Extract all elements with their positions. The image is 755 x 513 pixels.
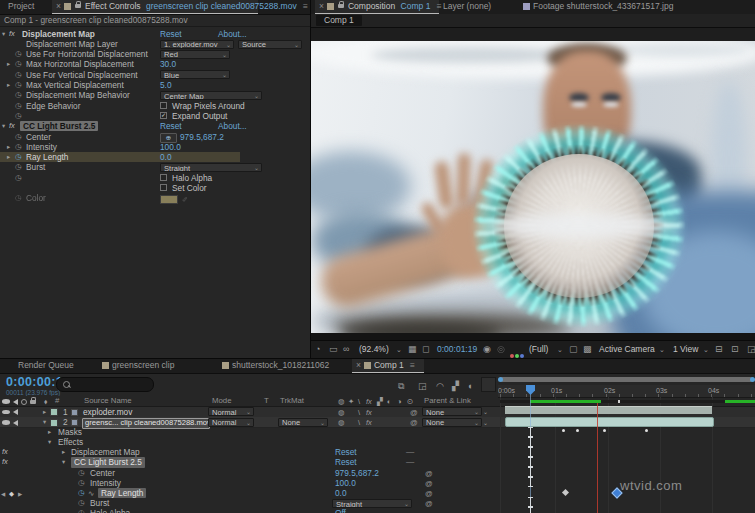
resolution-select[interactable]: (Full) bbox=[529, 341, 548, 358]
stopwatch-icon[interactable]: ◷ bbox=[78, 498, 85, 508]
tab-render-queue[interactable]: Render Queue bbox=[18, 359, 74, 372]
navigator-start-handle[interactable] bbox=[498, 377, 503, 382]
search-input[interactable] bbox=[56, 377, 154, 392]
set-color-checkbox[interactable] bbox=[160, 184, 167, 191]
stopwatch-icon[interactable]: ◷ bbox=[15, 132, 22, 142]
guides-icon[interactable]: ◻ bbox=[422, 341, 429, 358]
keyframe-dot[interactable] bbox=[576, 429, 579, 432]
stereo-glasses-icon[interactable]: ∞ bbox=[343, 341, 349, 358]
tab-footage[interactable]: Footage shutterstock_433671517.jpg bbox=[521, 0, 673, 13]
twirl-open-icon[interactable]: ▾ bbox=[43, 417, 46, 427]
keyframe-dot[interactable] bbox=[603, 429, 606, 432]
eye-icon[interactable] bbox=[2, 399, 10, 404]
fast-previews-icon[interactable]: ◲ bbox=[747, 341, 755, 358]
tab-effect-controls[interactable]: ×Effect Controls greenscreen clip cleane… bbox=[52, 0, 258, 14]
property-value[interactable]: 30.0 bbox=[160, 59, 176, 69]
grid-options-icon[interactable]: ▦ bbox=[408, 341, 417, 358]
stopwatch-icon[interactable]: ◷ bbox=[15, 70, 22, 80]
motion-blur-icon[interactable]: ◐ bbox=[468, 381, 473, 391]
source-select[interactable]: Source⌄ bbox=[238, 40, 302, 49]
show-snapshot-icon[interactable]: ◎ bbox=[497, 341, 505, 358]
keyframe-dot[interactable] bbox=[562, 429, 565, 432]
channel-select[interactable]: Blue⌄ bbox=[160, 70, 230, 79]
parent-select[interactable]: None⌄ bbox=[422, 407, 482, 416]
camera-view-select[interactable]: Active Camera bbox=[599, 341, 655, 358]
chevron-down-icon[interactable]: ⌄ bbox=[557, 341, 563, 358]
stopwatch-icon-active[interactable]: ◷ bbox=[78, 488, 85, 498]
navigator-end-handle[interactable] bbox=[750, 377, 755, 382]
collapse-graph-icon[interactable]: ⌄ bbox=[483, 419, 488, 426]
viewer-tab-comp1[interactable]: Comp 1 bbox=[316, 15, 362, 26]
preview-quality-icon[interactable]: ◔ bbox=[315, 341, 320, 358]
chevron-down-icon[interactable]: ⌄ bbox=[703, 341, 709, 358]
reset-link[interactable]: Reset bbox=[160, 29, 182, 39]
composition-viewer-image[interactable] bbox=[311, 41, 755, 333]
prop-value[interactable]: 979.5,687.2 bbox=[335, 468, 379, 478]
property-value[interactable]: 100.0 bbox=[160, 142, 181, 152]
column-t[interactable]: T bbox=[264, 396, 269, 406]
pixel-aspect-icon[interactable]: ⊡ bbox=[731, 341, 739, 358]
panel-menu-icon[interactable]: ≡ bbox=[410, 360, 415, 370]
frame-blend-icon[interactable]: ▞ bbox=[452, 381, 459, 391]
twirl-open-icon[interactable]: ▾ bbox=[2, 121, 5, 131]
solo-icon[interactable] bbox=[21, 399, 27, 405]
collapse-graph-icon[interactable]: ⌄ bbox=[483, 408, 488, 415]
audio-icon[interactable] bbox=[13, 399, 18, 405]
property-row-ray-length[interactable]: ▸ ◷ Ray Length 0.0 bbox=[0, 152, 240, 162]
column-mode[interactable]: Mode bbox=[212, 396, 232, 406]
effect-header-cc-light-burst[interactable]: ▾ fx CC Light Burst 2.5 Reset About... bbox=[0, 121, 310, 131]
panel-menu-icon[interactable]: ≡ bbox=[303, 1, 308, 11]
reset-link[interactable]: Reset bbox=[335, 447, 357, 457]
twirl-closed-icon[interactable]: ▸ bbox=[7, 152, 10, 162]
tab-project[interactable]: Project bbox=[8, 0, 34, 13]
layer-bar-1[interactable] bbox=[505, 406, 712, 414]
stopwatch-icon[interactable]: ◷ bbox=[15, 90, 22, 100]
tab-comp1[interactable]: ×Comp 1 ≡ bbox=[352, 359, 424, 373]
prop-value[interactable]: 100.0 bbox=[335, 478, 356, 488]
stopwatch-icon[interactable]: ◷ bbox=[78, 468, 85, 478]
current-time[interactable]: 0:00:01:19 bbox=[437, 341, 477, 358]
time-ruler[interactable]: 0:00s 01s 02s 03s 04s bbox=[498, 385, 755, 398]
effect-header-displacement-map[interactable]: ▾ fx Displacement Map Reset About... bbox=[0, 29, 310, 39]
eye-icon[interactable] bbox=[2, 410, 10, 415]
stopwatch-icon-active[interactable]: ◷ bbox=[15, 152, 22, 162]
about-link[interactable]: About... bbox=[218, 121, 247, 131]
layer-bar-2-selected[interactable] bbox=[505, 417, 714, 427]
twirl-closed-icon[interactable]: ▸ bbox=[62, 447, 65, 457]
chevron-down-icon[interactable]: ⌄ bbox=[659, 341, 665, 358]
draft-3d-icon[interactable]: ◲ bbox=[418, 381, 427, 391]
stopwatch-icon[interactable]: ◷ bbox=[15, 59, 22, 69]
zoom-level[interactable]: (92.4%) bbox=[359, 341, 389, 358]
comp-marker-button[interactable] bbox=[481, 377, 496, 392]
twirl-closed-icon[interactable]: ▸ bbox=[7, 59, 10, 69]
view-layout-icon[interactable]: ⊟ bbox=[715, 341, 723, 358]
property-value[interactable]: 979.5,687.2 bbox=[180, 132, 224, 142]
stopwatch-icon[interactable]: ◷ bbox=[15, 142, 22, 152]
reset-link[interactable]: Reset bbox=[160, 121, 182, 131]
tab-composition[interactable]: ×Composition Comp 1 ≡ bbox=[315, 0, 439, 14]
mini-flowchart-icon[interactable]: ⧉ bbox=[398, 381, 404, 392]
halo-alpha-checkbox[interactable] bbox=[160, 174, 167, 181]
about-link[interactable]: About... bbox=[218, 29, 247, 39]
snapshot-icon[interactable]: ◉ bbox=[483, 341, 491, 358]
property-value[interactable]: 0.0 bbox=[160, 152, 172, 162]
prop-value[interactable]: 0.0 bbox=[335, 488, 347, 498]
property-value[interactable]: 5.0 bbox=[160, 80, 172, 90]
stopwatch-icon[interactable]: ◷ bbox=[78, 478, 85, 488]
stopwatch-icon[interactable]: ◷ bbox=[15, 80, 22, 90]
roi-icon[interactable]: ▢ bbox=[569, 341, 578, 358]
channel-select[interactable]: Red⌄ bbox=[160, 50, 230, 59]
column-trkmat[interactable]: TrkMat bbox=[280, 396, 304, 406]
blend-mode-select[interactable]: Normal⌄ bbox=[208, 418, 254, 427]
transparency-grid-icon[interactable]: ▩ bbox=[583, 341, 592, 358]
close-icon[interactable]: × bbox=[356, 360, 361, 370]
color-swatch[interactable] bbox=[160, 195, 178, 204]
tab-layer[interactable]: Layer (none) bbox=[443, 0, 491, 13]
tab-greenscreen-clip[interactable]: greenscreen clip bbox=[100, 359, 174, 372]
twirl-closed-icon[interactable]: ▸ bbox=[48, 427, 51, 437]
view-count-select[interactable]: 1 View bbox=[673, 341, 698, 358]
stopwatch-icon[interactable]: ◷ bbox=[15, 49, 22, 59]
twirl-open-icon[interactable]: ▾ bbox=[48, 437, 51, 447]
chevron-down-icon[interactable]: ⌄ bbox=[396, 341, 402, 358]
panel-menu-icon[interactable]: ≡ bbox=[437, 1, 442, 11]
